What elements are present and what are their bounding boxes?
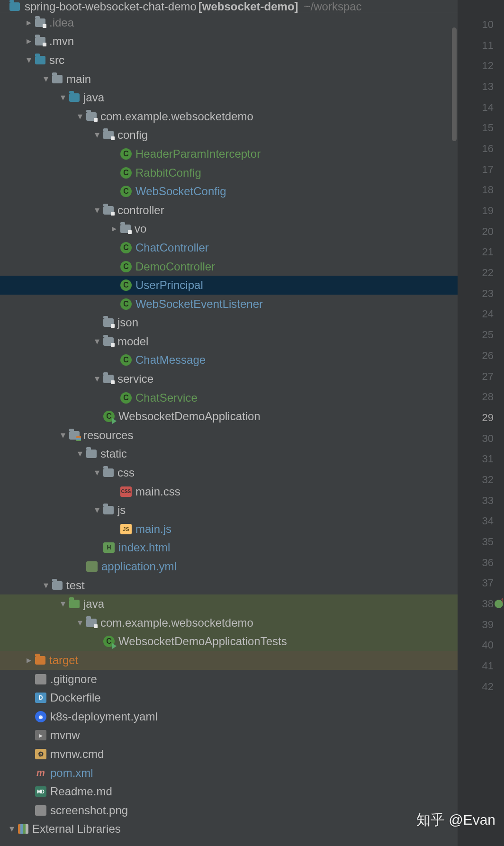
gutter-line-29[interactable]: 29 — [458, 407, 504, 428]
gutter-line-37[interactable]: 37 — [458, 573, 504, 594]
tree-item-rabbitconfig[interactable]: RabbitConfig — [0, 163, 458, 182]
gutter-line-14[interactable]: 14 — [458, 97, 504, 118]
tree-item-com-example-websocketdemo[interactable]: com.example.websocketdemo — [0, 613, 458, 632]
gutter-line-13[interactable]: 13 — [458, 76, 504, 97]
tree-item-chatmessage[interactable]: ChatMessage — [0, 351, 458, 370]
gutter-line-11[interactable]: 11 — [458, 35, 504, 56]
tree-item-vo[interactable]: vo — [0, 220, 458, 239]
chevron-down-icon[interactable] — [6, 823, 18, 834]
tree-item-dockerfile[interactable]: Dockerfile — [0, 688, 458, 707]
tree-item-mvnw[interactable]: mvnw — [0, 726, 458, 745]
tree-item-websocketeventlistener[interactable]: WebSocketEventListener — [0, 295, 458, 314]
chevron-down-icon[interactable] — [40, 579, 52, 591]
gutter-line-24[interactable]: 24 — [458, 304, 504, 325]
tree-item-index-html[interactable]: index.html — [0, 539, 458, 558]
chevron-down-icon[interactable] — [91, 129, 103, 140]
gutter-line-25[interactable]: 25 — [458, 324, 504, 345]
gutter-line-41[interactable]: 41 — [458, 656, 504, 676]
tree-item-css[interactable]: css — [0, 463, 458, 482]
scrollbar-thumb[interactable] — [452, 27, 457, 141]
chevron-down-icon[interactable] — [91, 504, 103, 515]
gutter-line-20[interactable]: 20 — [458, 221, 504, 242]
tree-item-headerparaminterceptor[interactable]: HeaderParamInterceptor — [0, 144, 458, 163]
chevron-right-icon[interactable] — [23, 17, 35, 28]
vcs-commit-icon[interactable] — [495, 600, 503, 608]
tree-item-src[interactable]: src — [0, 51, 458, 70]
tree-item-screenshot-png[interactable]: screenshot.png — [0, 801, 458, 820]
tree-scrollbar[interactable] — [451, 27, 458, 846]
gutter-line-15[interactable]: 15 — [458, 117, 504, 138]
tree-item-target[interactable]: target — [0, 651, 458, 670]
gutter-line-40[interactable]: 40 — [458, 635, 504, 656]
gutter-line-30[interactable]: 30 — [458, 428, 504, 449]
tree-item-k8s-deployment-yaml[interactable]: k8s-deployment.yaml — [0, 707, 458, 726]
tree-item-model[interactable]: model — [0, 332, 458, 351]
chevron-right-icon[interactable] — [23, 654, 35, 666]
gutter-line-33[interactable]: 33 — [458, 490, 504, 511]
tree-item--idea[interactable]: .idea — [0, 13, 458, 32]
gutter-line-12[interactable]: 12 — [458, 55, 504, 76]
tree-item-readme-md[interactable]: Readme.md — [0, 782, 458, 801]
gutter-line-36[interactable]: 36 — [458, 552, 504, 573]
tree-item-websocketconfig[interactable]: WebSocketConfig — [0, 182, 458, 201]
gutter-line-22[interactable]: 22 — [458, 262, 504, 283]
tree-item-static[interactable]: static — [0, 445, 458, 464]
chevron-down-icon[interactable] — [91, 204, 103, 216]
tree-item-userprincipal[interactable]: UserPrincipal — [0, 276, 458, 295]
tree-item-controller[interactable]: controller — [0, 201, 458, 220]
gutter-line-19[interactable]: 19 — [458, 200, 504, 221]
tree-item-application-yml[interactable]: application.yml — [0, 557, 458, 576]
gutter-line-18[interactable]: 18 — [458, 180, 504, 201]
tree-item--gitignore[interactable]: .gitignore — [0, 670, 458, 689]
tree-item-websocketdemoapplicationtests[interactable]: WebsocketDemoApplicationTests — [0, 632, 458, 651]
tree-item-pom-xml[interactable]: pom.xml — [0, 764, 458, 783]
tree-item-java[interactable]: java — [0, 88, 458, 107]
project-tree[interactable]: .idea.mvnsrcmainjavacom.example.websocke… — [0, 13, 458, 838]
tree-item--mvn[interactable]: .mvn — [0, 32, 458, 51]
gutter-line-31[interactable]: 31 — [458, 449, 504, 469]
tree-item-test[interactable]: test — [0, 576, 458, 595]
chevron-down-icon[interactable] — [74, 617, 86, 628]
tree-item-service[interactable]: service — [0, 369, 458, 388]
tree-item-resources[interactable]: resources — [0, 426, 458, 445]
gutter-line-26[interactable]: 26 — [458, 345, 504, 366]
tree-item-json[interactable]: json — [0, 314, 458, 333]
gutter-line-42[interactable]: 42 — [458, 676, 504, 697]
tree-item-main-css[interactable]: main.css — [0, 482, 458, 501]
tree-item-config[interactable]: config — [0, 126, 458, 145]
chevron-down-icon[interactable] — [91, 373, 103, 384]
chevron-down-icon[interactable] — [91, 467, 103, 478]
chevron-down-icon[interactable] — [91, 335, 103, 347]
tree-item-com-example-websocketdemo[interactable]: com.example.websocketdemo — [0, 107, 458, 126]
chevron-down-icon[interactable] — [23, 54, 35, 65]
chevron-down-icon[interactable] — [40, 73, 52, 84]
chevron-down-icon[interactable] — [57, 429, 69, 441]
chevron-right-icon[interactable] — [108, 223, 120, 234]
gutter-line-32[interactable]: 32 — [458, 469, 504, 490]
tree-item-chatservice[interactable]: ChatService — [0, 388, 458, 407]
tree-item-mvnw-cmd[interactable]: mvnw.cmd — [0, 745, 458, 764]
gutter-line-28[interactable]: 28 — [458, 387, 504, 407]
gutter-line-16[interactable]: 16 — [458, 138, 504, 159]
chevron-down-icon[interactable] — [74, 448, 86, 459]
chevron-down-icon[interactable] — [57, 598, 69, 609]
chevron-right-icon[interactable] — [23, 35, 35, 46]
gutter-line-17[interactable]: 17 — [458, 159, 504, 180]
gutter-line-21[interactable]: 21 — [458, 242, 504, 263]
gutter-line-23[interactable]: 23 — [458, 283, 504, 304]
tree-item-main-js[interactable]: main.js — [0, 520, 458, 539]
tree-item-java[interactable]: java — [0, 594, 458, 613]
tree-item-js[interactable]: js — [0, 501, 458, 520]
tree-item-democontroller[interactable]: DemoController — [0, 257, 458, 276]
tree-item-external-libraries[interactable]: External Libraries — [0, 820, 458, 839]
chevron-down-icon[interactable] — [74, 110, 86, 122]
gutter-line-34[interactable]: 34 — [458, 511, 504, 532]
gutter-line-39[interactable]: 39 — [458, 614, 504, 635]
tree-item-main[interactable]: main — [0, 70, 458, 89]
project-name[interactable]: spring-boot-websocket-chat-demo — [25, 0, 197, 13]
chevron-down-icon[interactable] — [57, 91, 69, 103]
tree-item-websocketdemoapplication[interactable]: WebsocketDemoApplication — [0, 407, 458, 426]
gutter-line-10[interactable]: 10 — [458, 14, 504, 35]
gutter-line-35[interactable]: 35 — [458, 531, 504, 552]
tree-item-chatcontroller[interactable]: ChatController — [0, 238, 458, 257]
